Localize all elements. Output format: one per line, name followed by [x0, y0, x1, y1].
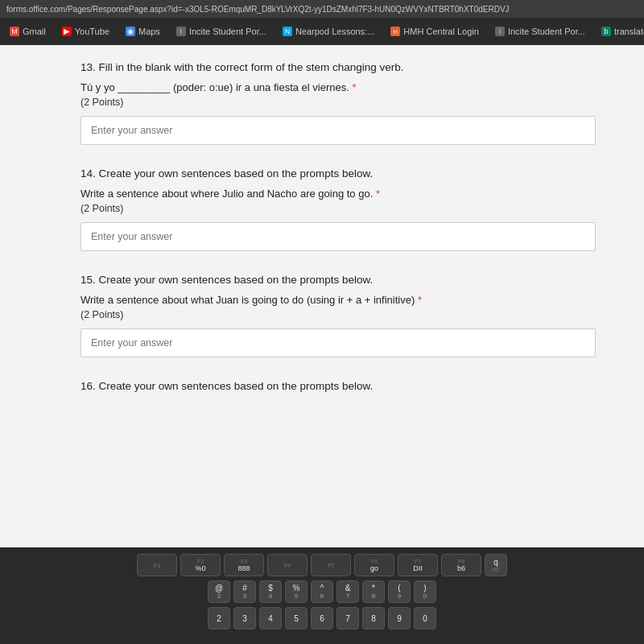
hmh-favicon: H — [390, 27, 400, 36]
form-content: 13. Fill in the blank with the correct f… — [0, 45, 644, 547]
tab-youtube-label: YouTube — [75, 27, 109, 36]
question-13-title: 13. Fill in the blank with the correct f… — [80, 61, 596, 73]
question-13-subtitle: Tú y yo _________ (poder: o:ue) ir a una… — [80, 81, 596, 93]
tab-incite2[interactable]: I Incite Student Por... — [489, 25, 592, 38]
question-16: 16. Create your own sentences based on t… — [80, 380, 596, 392]
gmail-favicon: M — [10, 27, 19, 36]
incite2-favicon: I — [495, 27, 505, 36]
answer-input-13[interactable] — [80, 116, 596, 145]
question-13: 13. Fill in the blank with the correct f… — [80, 61, 596, 145]
key-f5[interactable]: F5 — [311, 554, 351, 576]
tab-incite1-label: Incite Student Por... — [189, 27, 266, 36]
tab-gmail[interactable]: M Gmail — [3, 25, 52, 38]
question-15-points: (2 Points) — [80, 309, 596, 320]
tab-incite2-label: Incite Student Por... — [508, 27, 585, 36]
tab-nearpod[interactable]: N Nearpod Lessons:... — [276, 25, 381, 38]
question-15: 15. Create your own sentences based on t… — [80, 274, 596, 357]
key-7[interactable]: 7 — [336, 607, 359, 630]
key-9[interactable]: 9 — [388, 607, 411, 630]
key-f4[interactable]: F4 — [267, 554, 308, 576]
key-0[interactable]: 0 — [414, 607, 436, 630]
key-rparen[interactable]: )0 — [414, 580, 436, 603]
keyboard-row-fn: F1 F2%0 F3888 F4 F5 F6go F7DII F8b6 q#0 — [8, 554, 636, 576]
key-q[interactable]: q#0 — [485, 554, 507, 576]
youtube-favicon: ▶ — [62, 27, 72, 36]
question-15-title: 15. Create your own sentences based on t… — [80, 274, 596, 286]
key-dollar[interactable]: $4 — [259, 580, 282, 603]
nearpod-favicon: N — [283, 27, 292, 36]
tab-hmh[interactable]: H HMH Central Login — [384, 25, 485, 38]
browser-content: 13. Fill in the blank with the correct f… — [0, 45, 644, 547]
tab-translate-label: translate - Bing — [614, 27, 644, 36]
maps-favicon: ◉ — [126, 27, 135, 36]
question-16-title: 16. Create your own sentences based on t… — [80, 380, 596, 392]
incite1-favicon: I — [176, 27, 186, 36]
tab-nearpod-label: Nearpod Lessons:... — [295, 27, 374, 36]
question-14-subtitle: Write a sentence about where Julio and N… — [80, 188, 596, 200]
key-hash[interactable]: #3 — [233, 580, 256, 603]
tab-gmail-label: Gmail — [23, 27, 46, 36]
key-percent[interactable]: %5 — [285, 580, 308, 603]
key-at[interactable]: @2 — [208, 580, 230, 603]
question-13-points: (2 Points) — [80, 97, 596, 108]
translate-favicon: b — [601, 27, 611, 36]
key-6[interactable]: 6 — [311, 607, 333, 630]
key-5[interactable]: 5 — [285, 607, 308, 630]
tab-incite1[interactable]: I Incite Student Por... — [170, 25, 273, 38]
key-f2[interactable]: F2%0 — [180, 554, 221, 576]
answer-input-14[interactable] — [80, 222, 596, 251]
keyboard-row-numbers: 2 3 4 5 6 7 8 9 0 — [8, 607, 636, 630]
question-14-title: 14. Create your own sentences based on t… — [80, 167, 596, 180]
question-14-points: (2 Points) — [80, 203, 596, 214]
key-3[interactable]: 3 — [233, 607, 256, 630]
url-text: forms.office.com/Pages/ResponsePage.aspx… — [6, 5, 510, 14]
required-star-13: * — [353, 81, 357, 93]
key-f6[interactable]: F6go — [354, 554, 394, 576]
required-star-14: * — [376, 188, 380, 200]
tab-youtube[interactable]: ▶ YouTube — [56, 25, 116, 38]
keyboard: F1 F2%0 F3888 F4 F5 F6go F7DII F8b6 q#0 … — [0, 547, 644, 644]
answer-input-15[interactable] — [80, 328, 596, 357]
key-caret[interactable]: ^6 — [311, 580, 333, 603]
key-8[interactable]: 8 — [362, 607, 385, 630]
key-amp[interactable]: &7 — [336, 580, 359, 603]
key-f8[interactable]: F8b6 — [441, 554, 481, 576]
question-14: 14. Create your own sentences based on t… — [80, 167, 596, 251]
tab-maps-label: Maps — [138, 27, 160, 36]
key-f3[interactable]: F3888 — [224, 554, 264, 576]
browser-tabs: M Gmail ▶ YouTube ◉ Maps I Incite Studen… — [0, 18, 644, 45]
question-15-subtitle: Write a sentence about what Juan is goin… — [80, 294, 596, 306]
required-star-15: * — [418, 294, 422, 306]
tab-maps[interactable]: ◉ Maps — [119, 25, 167, 38]
tab-hmh-label: HMH Central Login — [403, 27, 479, 36]
tab-translate[interactable]: b translate - Bing — [595, 25, 644, 38]
key-2[interactable]: 2 — [208, 607, 230, 630]
key-star[interactable]: *8 — [362, 580, 385, 603]
key-f1[interactable]: F1 — [137, 554, 177, 576]
keyboard-row-symbols: @2 #3 $4 %5 ^6 &7 *8 (9 )0 — [8, 580, 636, 603]
key-f7[interactable]: F7DII — [398, 554, 438, 576]
key-lparen[interactable]: (9 — [388, 580, 411, 603]
key-4[interactable]: 4 — [259, 607, 282, 630]
address-bar[interactable]: forms.office.com/Pages/ResponsePage.aspx… — [0, 0, 644, 18]
